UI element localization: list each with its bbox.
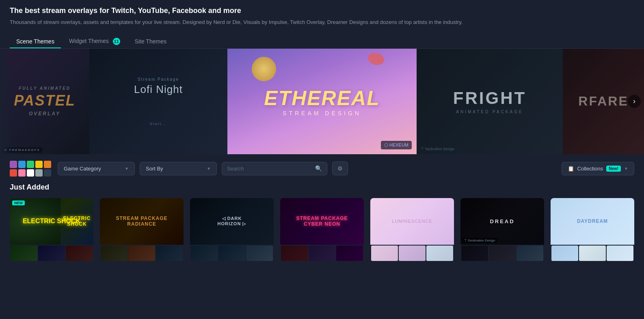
game-category-dropdown[interactable]: Game Category ▼: [58, 162, 135, 175]
electric-shock-label: ELECTRIC SHOCK: [61, 214, 93, 228]
thumb-21: [607, 246, 633, 261]
theme-card-electric-shock[interactable]: ELECTRIC SHOCK NEW: [10, 198, 93, 262]
electric-thumbs: [10, 245, 93, 261]
carousel-left-fade: [0, 49, 12, 154]
swatch-green[interactable]: [27, 161, 34, 168]
luminescence-thumbs: [370, 245, 454, 261]
just-added-title: Just Added: [10, 183, 634, 192]
search-button[interactable]: 🔍: [312, 163, 325, 174]
game-category-label: Game Category: [64, 166, 101, 172]
thumb-2: [38, 246, 65, 261]
widget-themes-badge: 11: [113, 38, 120, 45]
thumb-8: [218, 246, 245, 261]
dread-thumbs: [460, 245, 544, 261]
collections-new-badge: New!: [606, 166, 621, 172]
carousel-inner: FULLY ANIMATED PASTEL OVERLAY ⊞ PremadeG…: [0, 49, 644, 154]
theme-grid: ELECTRIC SHOCK NEW STREAM PACKAGERADIANC…: [10, 198, 634, 262]
collections-button[interactable]: 📋 Collections New! ▼: [562, 162, 634, 175]
page-subtitle: Thousands of stream overlays, assets and…: [10, 18, 634, 26]
thumb-7: [191, 246, 218, 261]
thumb-19: [551, 246, 578, 261]
carousel-item-pastel[interactable]: FULLY ANIMATED PASTEL OVERLAY ⊞ PremadeG…: [0, 49, 89, 154]
dark-horizon-label: ◁ DARKHORIZON ▷: [216, 214, 248, 228]
luminescence-label: Luminescence: [390, 217, 434, 225]
daydream-thumbs: [551, 245, 634, 261]
theme-card-dark-horizon[interactable]: ◁ DARKHORIZON ▷: [190, 198, 274, 262]
radiance-label: STREAM PACKAGERADIANCE: [114, 214, 169, 228]
swatch-red[interactable]: [10, 169, 17, 177]
thumb-18: [516, 246, 543, 261]
thumb-9: [246, 246, 273, 261]
sort-by-label: Sort By: [146, 166, 163, 172]
swatch-pink[interactable]: [18, 169, 26, 177]
theme-card-main-dread: DREAD ⊤ Destination Design: [460, 198, 544, 245]
thumb-6: [156, 246, 183, 261]
theme-card-main-cyberneon: STREAM PACKAGECYBER NEON: [280, 198, 364, 245]
carousel-item-fright[interactable]: FRIGHT ANIMATED PACKAGE ⊤ TacticalIon De…: [417, 49, 563, 154]
theme-card-main-electric: ELECTRIC SHOCK NEW: [10, 198, 93, 245]
thumb-14: [399, 246, 426, 261]
theme-card-main-luminescence: Luminescence: [370, 198, 454, 245]
thumb-3: [66, 246, 93, 261]
darkhorizon-thumbs: [190, 245, 274, 261]
search-box: 🔍: [222, 162, 327, 175]
tab-widget-themes[interactable]: Widget Themes 11: [63, 34, 127, 48]
thumb-4: [101, 246, 128, 261]
theme-card-main-daydream: DayDream: [551, 198, 634, 245]
ethereal-deco-moon: [252, 57, 276, 81]
thumb-15: [426, 246, 453, 261]
ethereal-title-block: ETHEREAL STREAM DESIGN: [264, 86, 380, 116]
collections-icon: 📋: [568, 166, 574, 172]
tab-site-themes[interactable]: Site Themes: [128, 35, 173, 48]
theme-card-dread[interactable]: DREAD ⊤ Destination Design: [460, 198, 544, 262]
thumb-16: [461, 246, 488, 261]
cyberneon-thumbs: [280, 245, 364, 261]
theme-card-main-radiance: STREAM PACKAGERADIANCE: [100, 198, 184, 245]
swatch-purple[interactable]: [10, 161, 17, 168]
thumb-5: [128, 246, 155, 261]
cyber-neon-label: STREAM PACKAGECYBER NEON: [294, 214, 349, 228]
just-added-section: Just Added ELECTRIC SHOCK NEW STREAM PA: [0, 183, 644, 268]
theme-card-main-darkhorizon: ◁ DARKHORIZON ▷: [190, 198, 274, 245]
dread-pkg-badge: ⊤ Destination Design: [462, 238, 497, 243]
thumb-10: [281, 246, 308, 261]
swatch-blue[interactable]: [18, 161, 26, 168]
carousel-next-button[interactable]: ›: [628, 95, 641, 108]
filter-bar: Game Category ▼ Sort By ▼ 🔍 ⚙ 📋 Collecti…: [0, 154, 644, 183]
thumb-20: [579, 246, 606, 261]
theme-card-luminescence[interactable]: Luminescence: [370, 198, 454, 262]
carousel-item-lofi[interactable]: Stream Package Lofi Night Start...: [89, 49, 227, 154]
ethereal-deco-rocket: [368, 53, 384, 65]
page-title: The best stream overlays for Twitch, You…: [10, 6, 634, 15]
thumb-17: [489, 246, 516, 261]
game-category-chevron: ▼: [125, 166, 129, 171]
thumb-1: [11, 246, 37, 261]
sort-by-chevron: ▼: [207, 166, 211, 171]
theme-card-radiance[interactable]: STREAM PACKAGERADIANCE: [100, 198, 184, 262]
swatch-gray[interactable]: [35, 169, 43, 177]
tab-scene-themes[interactable]: Scene Themes: [10, 35, 61, 48]
theme-card-cyber-neon[interactable]: STREAM PACKAGECYBER NEON: [280, 198, 364, 262]
search-input[interactable]: [227, 162, 312, 175]
swatch-white[interactable]: [27, 169, 34, 177]
swatch-yellow[interactable]: [35, 161, 43, 168]
collections-chevron-icon: ▼: [624, 166, 628, 171]
daydream-label: DayDream: [575, 217, 609, 226]
radiance-thumbs: [100, 245, 184, 261]
thumb-11: [309, 246, 335, 261]
tacticalion-badge: ⊤ TacticalIon Design: [421, 147, 454, 151]
featured-carousel: FULLY ANIMATED PASTEL OVERLAY ⊞ PremadeG…: [0, 49, 644, 154]
carousel-item-ethereal[interactable]: ETHEREAL STREAM DESIGN ⬡ HEXEUM: [227, 49, 417, 154]
page-header: The best stream overlays for Twitch, You…: [0, 0, 644, 30]
theme-card-daydream[interactable]: DayDream: [551, 198, 634, 262]
electric-new-badge: NEW: [12, 200, 25, 205]
thumb-12: [336, 246, 363, 261]
hexeum-brand-badge: ⬡ HEXEUM: [381, 141, 412, 149]
sort-by-dropdown[interactable]: Sort By ▼: [140, 162, 217, 175]
swatch-orange[interactable]: [44, 161, 51, 168]
advanced-filter-button[interactable]: ⚙: [332, 162, 348, 175]
swatch-dark[interactable]: [44, 169, 51, 177]
collections-label: Collections: [577, 166, 603, 172]
color-swatch-group: [10, 161, 51, 177]
dread-label: DREAD: [488, 217, 516, 226]
